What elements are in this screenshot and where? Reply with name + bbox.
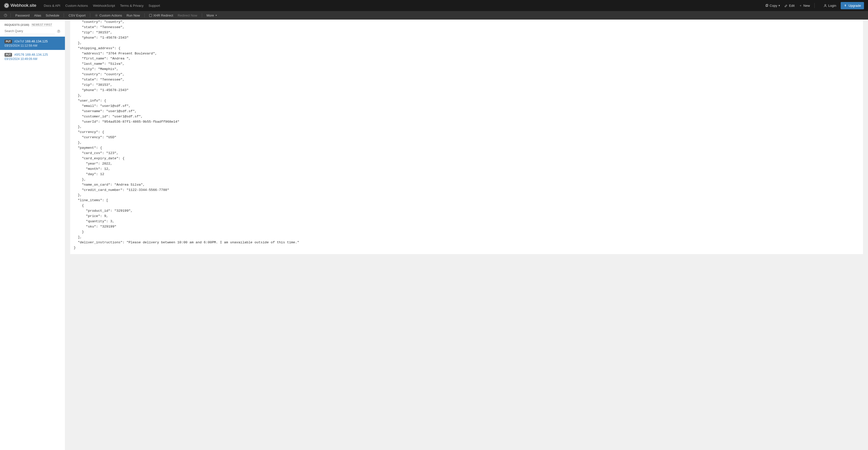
sub-csv-export[interactable]: CSV Export	[68, 13, 86, 17]
clock-icon	[4, 14, 7, 17]
user-icon	[824, 4, 827, 7]
edit-icon	[784, 4, 788, 7]
nav-webhookscript[interactable]: WebhookScript	[93, 4, 115, 7]
method-badge: PUT	[4, 53, 12, 57]
gear-icon	[95, 14, 98, 17]
nav-docs-api[interactable]: Docs & API	[44, 4, 60, 7]
sub-redirect-now[interactable]: Redirect Now	[178, 13, 197, 17]
main-layout: REQUESTS (2/100) Newest First ? PUT #2e7…	[0, 20, 868, 450]
request-item[interactable]: PUT #0f176 169.48.134.125 03/15/2024 10:…	[0, 50, 65, 63]
edit-label: Edit	[789, 4, 795, 7]
request-hash: #2e7cf	[14, 39, 24, 43]
search-row: ?	[0, 27, 65, 37]
content-panel: "country": "country", "state": "Tennesse…	[65, 20, 868, 450]
svg-point-5	[96, 15, 97, 16]
copy-label: Copy	[770, 4, 777, 7]
brand-text: Webhook.site	[10, 3, 36, 8]
request-item[interactable]: PUT #2e7cf 169.48.134.125 03/15/2024 11:…	[0, 37, 65, 50]
upgrade-label: Upgrade	[848, 4, 861, 7]
request-ip: 169.48.134.125	[25, 39, 48, 43]
brand-logo-icon	[4, 3, 9, 8]
sub-custom-actions-label: Custom Actions	[99, 13, 122, 17]
copy-dropdown[interactable]: Copy ▾	[765, 4, 780, 7]
upgrade-button[interactable]: Upgrade	[841, 2, 864, 9]
sub-schedule[interactable]: Schedule	[45, 13, 59, 17]
sidebar: REQUESTS (2/100) Newest First ? PUT #2e7…	[0, 20, 65, 450]
sub-xhr-label: XHR Redirect	[153, 13, 173, 17]
sub-custom-actions[interactable]: Custom Actions	[95, 13, 122, 17]
sort-toggle[interactable]: Newest First	[32, 23, 52, 26]
login-button[interactable]: Login	[824, 4, 836, 7]
request-timestamp: 03/15/2024 11:12:59 AM	[4, 44, 60, 48]
sub-separator	[10, 13, 11, 17]
caret-down-icon: ▾	[216, 14, 217, 17]
request-hash: #0f176	[14, 53, 24, 56]
checkbox-icon[interactable]	[149, 14, 152, 17]
help-icon[interactable]: ?	[57, 30, 60, 33]
nav-custom-actions[interactable]: Custom Actions	[65, 4, 88, 7]
plus-icon: ＋	[799, 3, 802, 8]
sub-separator	[90, 13, 90, 17]
new-button[interactable]: ＋ New	[799, 3, 810, 8]
sub-more-label: More	[207, 13, 214, 17]
requests-count-label: REQUESTS (2/100)	[4, 23, 29, 26]
sub-separator	[202, 13, 202, 17]
caret-down-icon: ▾	[778, 4, 780, 7]
copy-icon	[765, 4, 769, 7]
svg-point-4	[825, 4, 826, 5]
nav-divider	[814, 3, 815, 8]
edit-button[interactable]: Edit	[784, 4, 795, 7]
request-ip: 169.48.134.125	[25, 53, 48, 56]
sidebar-header: REQUESTS (2/100) Newest First	[0, 23, 65, 27]
login-label: Login	[828, 4, 836, 7]
upgrade-icon	[844, 4, 847, 7]
svg-point-1	[6, 5, 7, 6]
top-navbar: Webhook.site Docs & API Custom Actions W…	[0, 0, 868, 11]
new-label: New	[803, 4, 810, 7]
sub-xhr-redirect[interactable]: XHR Redirect	[149, 13, 173, 17]
sub-alias[interactable]: Alias	[34, 13, 41, 17]
method-badge: PUT	[4, 40, 12, 43]
sub-separator	[64, 13, 64, 17]
nav-terms-privacy[interactable]: Terms & Privacy	[120, 4, 144, 7]
request-timestamp: 03/15/2024 10:49:09 AM	[4, 57, 60, 61]
sub-password[interactable]: Password	[15, 13, 30, 17]
brand[interactable]: Webhook.site	[4, 3, 36, 8]
sub-more-dropdown[interactable]: More ▾	[207, 13, 217, 17]
sub-run-now[interactable]: Run Now	[127, 13, 140, 17]
nav-support[interactable]: Support	[149, 4, 160, 7]
request-body-code[interactable]: "country": "country", "state": "Tennesse…	[70, 20, 863, 254]
sub-navbar: Password Alias Schedule CSV Export Custo…	[0, 11, 868, 20]
search-input[interactable]	[4, 28, 55, 34]
